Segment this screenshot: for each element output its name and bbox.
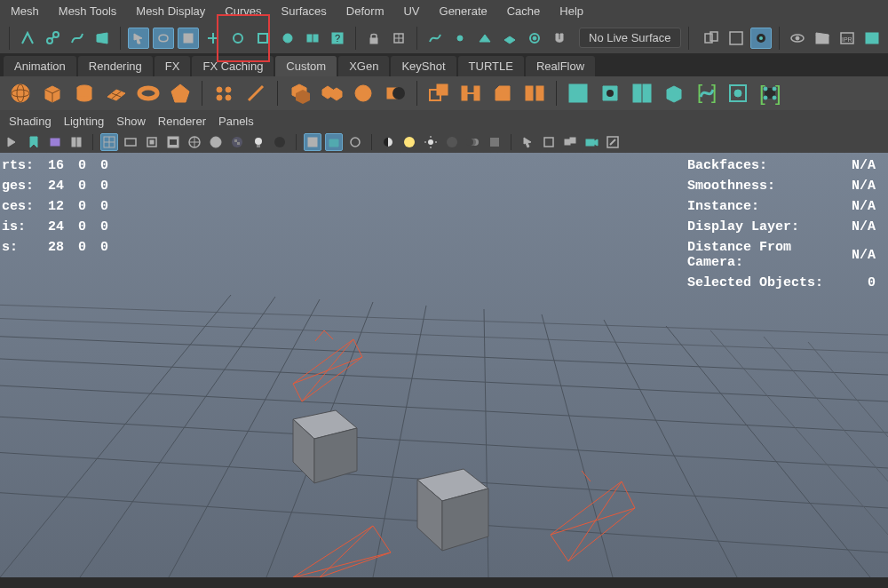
gate-mask-icon[interactable] — [164, 133, 182, 151]
clapperboard-icon[interactable] — [812, 28, 833, 49]
shelf-tab-rendering[interactable]: Rendering — [78, 56, 153, 76]
live-surface-field[interactable]: No Live Surface — [579, 28, 681, 48]
construction-history-icon[interactable] — [701, 28, 722, 49]
snap-point-icon[interactable] — [449, 28, 471, 49]
snap-plane-icon[interactable] — [499, 28, 520, 49]
arrow-cursor-icon[interactable] — [519, 133, 536, 151]
script-d-icon[interactable] — [661, 80, 687, 107]
mirror-icon[interactable] — [521, 80, 548, 107]
select-tool-button[interactable] — [128, 28, 149, 49]
boolean-icon[interactable] — [382, 80, 408, 107]
xray-joints-icon[interactable] — [346, 133, 364, 151]
panel-menu-show[interactable]: Show — [116, 115, 146, 128]
motion-blur-icon[interactable] — [464, 133, 482, 151]
combine-icon[interactable] — [286, 80, 313, 107]
poly-plane-icon[interactable] — [103, 80, 130, 107]
soft-select-button[interactable] — [277, 28, 298, 49]
symmetry-button[interactable] — [302, 28, 323, 49]
menu-surfaces[interactable]: Surfaces — [278, 3, 330, 20]
poly-torus-icon[interactable] — [135, 80, 162, 107]
textured-icon[interactable] — [228, 133, 246, 151]
bridge-icon[interactable] — [457, 80, 484, 107]
rotate-tool-button[interactable] — [227, 28, 249, 49]
panel-menu-renderer[interactable]: Renderer — [158, 115, 206, 128]
aa-icon[interactable] — [486, 133, 503, 151]
bevel-icon[interactable] — [489, 80, 516, 107]
depth-icon[interactable] — [561, 133, 579, 151]
script-a-icon[interactable] — [565, 80, 591, 107]
script-g-icon[interactable]: [] — [757, 80, 783, 107]
snap-grid-icon[interactable] — [388, 28, 409, 49]
camera-select-icon[interactable] — [4, 133, 21, 151]
wireframe-icon[interactable] — [186, 133, 203, 151]
res-gate-icon[interactable] — [143, 133, 161, 151]
snap-face-icon[interactable] — [474, 28, 496, 49]
expand-icon[interactable] — [604, 133, 622, 151]
shelf-tab-keyshot[interactable]: KeyShot — [391, 56, 456, 76]
paint-select-button[interactable] — [178, 28, 199, 49]
help-tool-button[interactable]: ? — [327, 28, 348, 49]
two-side-icon[interactable] — [67, 133, 85, 151]
camera-icon[interactable] — [583, 133, 600, 151]
menu-mesh-display[interactable]: Mesh Display — [132, 3, 209, 20]
snap-live-icon[interactable] — [524, 28, 545, 49]
menu-cache[interactable]: Cache — [503, 3, 544, 20]
shelf-tab-fx[interactable]: FX — [155, 56, 191, 76]
panel-menu-shading[interactable]: Shading — [9, 115, 52, 128]
menu-generate[interactable]: Generate — [436, 3, 491, 20]
menu-curves[interactable]: Curves — [221, 3, 265, 20]
menu-help[interactable]: Help — [556, 3, 587, 20]
mask-joint-icon[interactable] — [42, 28, 63, 49]
platonic-icon[interactable] — [167, 80, 194, 107]
script-b-icon[interactable] — [597, 80, 623, 107]
image-plane-icon[interactable] — [46, 133, 64, 151]
shelf-tab-turtle[interactable]: TURTLE — [458, 56, 524, 76]
poly-cube-icon[interactable] — [39, 80, 66, 107]
panel-menu-lighting[interactable]: Lighting — [64, 115, 105, 128]
bookmark-icon[interactable] — [25, 133, 43, 151]
shadows-icon[interactable] — [271, 133, 289, 151]
lasso-tool-button[interactable] — [153, 28, 174, 49]
shelf-tab-xgen[interactable]: XGen — [338, 56, 389, 76]
mask-handle-icon[interactable] — [17, 28, 38, 49]
xray-icon[interactable] — [325, 133, 343, 151]
render-settings-icon[interactable] — [750, 28, 772, 49]
extrude-icon[interactable] — [425, 80, 452, 107]
render-globals-icon[interactable] — [861, 28, 883, 49]
ao-icon[interactable] — [443, 133, 461, 151]
script-c-icon[interactable] — [629, 80, 655, 107]
shaded-icon[interactable] — [207, 133, 225, 151]
panel-menu-panels[interactable]: Panels — [218, 115, 254, 128]
menu-mesh[interactable]: Mesh — [7, 3, 43, 20]
mask-curve-icon[interactable] — [67, 28, 88, 49]
viewport[interactable]: rts:1600 ges:2400 ces:1200 is:2400 s:280… — [0, 153, 888, 577]
snap-curve-icon[interactable] — [424, 28, 446, 49]
shelf-tab-animation[interactable]: Animation — [4, 56, 76, 76]
script-f-icon[interactable] — [725, 80, 751, 107]
pencil-icon[interactable] — [242, 80, 269, 107]
menu-mesh-tools[interactable]: Mesh Tools — [55, 3, 121, 20]
viewport-light-icon[interactable] — [422, 133, 440, 151]
separate-icon[interactable] — [318, 80, 345, 107]
menu-deform[interactable]: Deform — [343, 3, 388, 20]
isolate-select-icon[interactable] — [304, 133, 321, 151]
move-tool-button[interactable] — [202, 28, 224, 49]
lights-icon[interactable] — [250, 133, 267, 151]
ipr-icon[interactable]: IPR — [836, 28, 858, 49]
script-e-icon[interactable]: [] — [693, 80, 719, 107]
lock-icon[interactable] — [363, 28, 385, 49]
scale-tool-button[interactable] — [252, 28, 274, 49]
menu-uv[interactable]: UV — [400, 3, 423, 20]
poly-sphere-icon[interactable] — [7, 80, 34, 107]
poly-cylinder-icon[interactable] — [71, 80, 98, 107]
cluster-icon[interactable] — [210, 80, 237, 107]
smooth-icon[interactable] — [350, 80, 377, 107]
shelf-tab-realflow[interactable]: RealFlow — [526, 56, 595, 76]
magnet-icon[interactable] — [549, 28, 570, 49]
exposure-icon[interactable] — [379, 133, 397, 151]
render-frame-icon[interactable] — [725, 28, 747, 49]
render-view-icon[interactable] — [787, 28, 808, 49]
shelf-tab-fx-caching[interactable]: FX Caching — [192, 56, 274, 76]
shelf-tab-custom[interactable]: Custom — [275, 56, 337, 76]
isolate-icon[interactable] — [540, 133, 558, 151]
